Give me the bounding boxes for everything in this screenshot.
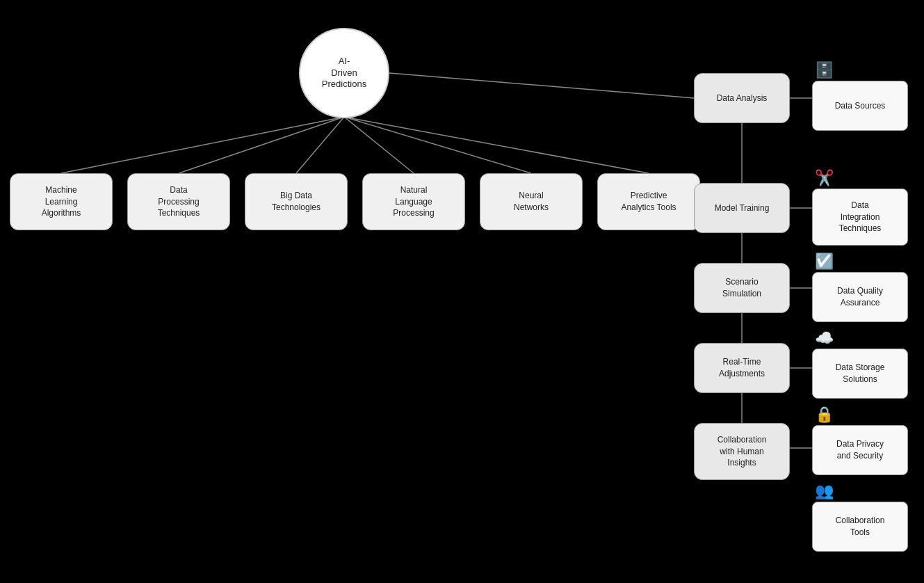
real-time-adjustments-node: Real-TimeAdjustments	[694, 343, 790, 393]
ai-driven-predictions-node: AI- Driven Predictions	[299, 28, 389, 118]
people-icon: 👥	[812, 482, 834, 500]
database-icon: 🗄️	[812, 61, 834, 79]
data-privacy-node: Data Privacyand Security	[812, 425, 908, 475]
data-analysis-node: Data Analysis	[694, 73, 790, 123]
diagram-canvas: AI- Driven Predictions MachineLearningAl…	[0, 0, 924, 583]
data-quality-node: Data QualityAssurance	[812, 272, 908, 322]
svg-line-4	[344, 117, 531, 173]
neural-networks-node: NeuralNetworks	[480, 173, 583, 230]
big-data-node: Big DataTechnologies	[245, 173, 348, 230]
nlp-node: NaturalLanguageProcessing	[362, 173, 465, 230]
lock-icon: 🔒	[812, 406, 834, 424]
data-integration-node: DataIntegrationTechniques	[812, 189, 908, 246]
predictive-analytics-node: PredictiveAnalytics Tools	[597, 173, 700, 230]
svg-line-1	[179, 117, 344, 173]
data-processing-node: DataProcessingTechniques	[127, 173, 230, 230]
collaboration-tools-node: CollaborationTools	[812, 502, 908, 552]
svg-line-11	[389, 73, 694, 98]
model-training-node: Model Training	[694, 183, 790, 233]
svg-line-0	[61, 117, 344, 173]
ml-algorithms-node: MachineLearningAlgorithms	[10, 173, 113, 230]
svg-line-5	[344, 117, 649, 173]
data-sources-node: Data Sources	[812, 81, 908, 131]
svg-line-2	[296, 117, 344, 173]
svg-line-3	[344, 117, 414, 173]
scissors-icon: ✂️	[812, 169, 834, 187]
checkmark-icon: ☑️	[812, 253, 834, 271]
collaboration-human-insights-node: Collaborationwith HumanInsights	[694, 423, 790, 480]
scenario-simulation-node: ScenarioSimulation	[694, 263, 790, 313]
cloud-icon: ☁️	[812, 329, 834, 347]
data-storage-node: Data StorageSolutions	[812, 349, 908, 399]
